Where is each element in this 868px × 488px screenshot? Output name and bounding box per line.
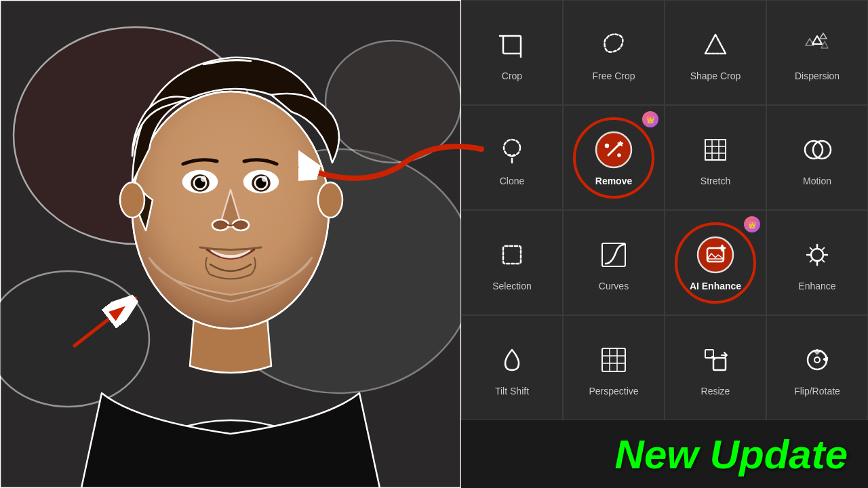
svg-rect-57 [602, 348, 625, 371]
right-panel: Crop Free Crop Shape Crop [461, 0, 868, 488]
svg-line-64 [712, 357, 715, 359]
selection-label: Selection [492, 281, 532, 291]
svg-rect-44 [503, 246, 521, 264]
svg-point-3 [0, 271, 149, 407]
stretch-label: Stretch [701, 176, 730, 186]
motion-icon [797, 129, 837, 170]
svg-marker-26 [705, 35, 726, 54]
ai-enhance-label: AI Enhance [690, 281, 741, 291]
shape-crop-label: Shape Crop [690, 70, 741, 81]
free-crop-label: Free Crop [592, 70, 635, 81]
svg-point-66 [814, 357, 820, 363]
svg-point-11 [201, 177, 205, 181]
crop-icon [492, 24, 532, 65]
svg-point-17 [233, 220, 249, 230]
tilt-shift-icon [492, 340, 532, 380]
clone-label: Clone [500, 176, 525, 186]
tool-tilt-shift[interactable]: Tilt Shift [461, 315, 563, 420]
tool-shape-crop[interactable]: Shape Crop [665, 0, 766, 105]
resize-icon [695, 340, 736, 380]
tool-free-crop[interactable]: Free Crop [563, 0, 665, 105]
svg-point-16 [212, 220, 229, 230]
tool-enhance[interactable]: Enhance [766, 210, 868, 315]
new-update-banner: New Update [461, 420, 868, 488]
ai-enhance-icon [695, 235, 736, 275]
resize-label: Resize [701, 386, 730, 396]
tool-motion[interactable]: Motion [766, 105, 868, 210]
remove-icon [593, 129, 634, 170]
perspective-icon [593, 340, 634, 380]
tool-stretch[interactable]: Stretch [665, 105, 766, 210]
curves-icon [593, 235, 634, 275]
tool-curves[interactable]: Curves [563, 210, 665, 315]
svg-line-55 [823, 247, 825, 249]
motion-label: Motion [803, 176, 831, 186]
dispersion-icon [797, 24, 837, 65]
stretch-icon [695, 129, 736, 170]
svg-line-56 [810, 260, 812, 262]
tool-grid: Crop Free Crop Shape Crop [461, 0, 868, 420]
svg-point-48 [811, 249, 823, 261]
free-crop-icon [593, 24, 634, 65]
tool-resize[interactable]: Resize [665, 315, 766, 420]
ai-enhance-badge: 👑 [744, 216, 760, 232]
tool-dispersion[interactable]: Dispersion [766, 0, 868, 105]
person-image [0, 0, 461, 488]
svg-rect-23 [503, 36, 521, 54]
new-update-text: New Update [615, 431, 848, 478]
svg-point-18 [120, 182, 144, 218]
svg-point-46 [698, 237, 733, 272]
shape-crop-icon [695, 24, 736, 65]
selection-icon [492, 235, 532, 275]
svg-point-19 [318, 182, 342, 218]
tool-selection[interactable]: Selection [461, 210, 563, 315]
enhance-icon [797, 235, 837, 275]
svg-rect-37 [705, 140, 726, 160]
perspective-label: Perspective [589, 386, 638, 396]
svg-line-54 [823, 260, 825, 262]
svg-point-35 [606, 144, 608, 147]
dispersion-label: Dispersion [795, 70, 840, 81]
enhance-label: Enhance [798, 281, 835, 291]
svg-point-15 [262, 177, 267, 181]
svg-point-31 [504, 140, 520, 156]
flip-rotate-icon [797, 340, 837, 380]
svg-marker-28 [820, 33, 827, 39]
curves-label: Curves [599, 281, 629, 291]
remove-label: Remove [595, 176, 632, 186]
svg-point-4 [326, 41, 461, 163]
tool-ai-enhance[interactable]: 👑 AI Enhance [665, 210, 766, 315]
remove-ai-badge: 👑 [642, 111, 658, 127]
svg-marker-67 [824, 358, 827, 361]
tool-crop[interactable]: Crop [461, 0, 563, 105]
tool-clone[interactable]: Clone [461, 105, 563, 210]
tool-perspective[interactable]: Perspective [563, 315, 665, 420]
clone-icon [492, 129, 532, 170]
tilt-shift-label: Tilt Shift [495, 386, 529, 396]
svg-point-36 [618, 154, 620, 156]
svg-marker-30 [821, 41, 828, 48]
crop-label: Crop [502, 70, 522, 81]
svg-line-53 [810, 247, 812, 249]
tool-flip-rotate[interactable]: Flip/Rotate [766, 315, 868, 420]
tool-remove[interactable]: 👑 Remove [563, 105, 665, 210]
photo-area [0, 0, 461, 488]
flip-rotate-label: Flip/Rotate [794, 386, 840, 396]
